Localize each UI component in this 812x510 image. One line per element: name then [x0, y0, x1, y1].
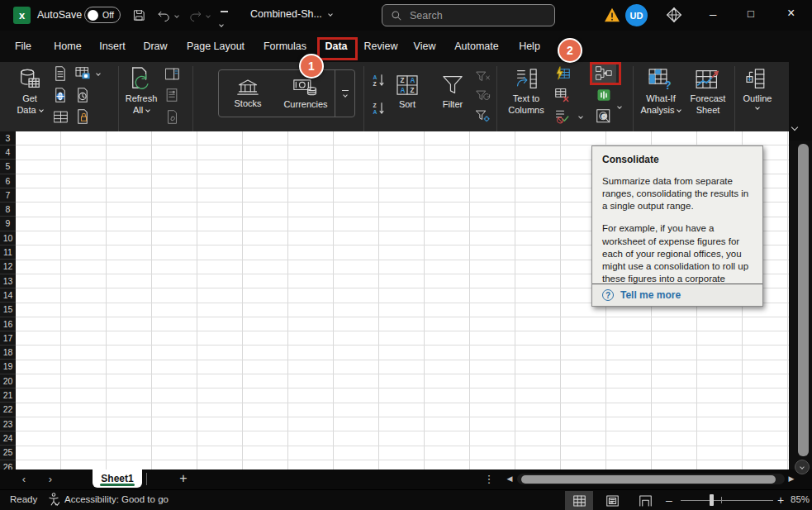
text-to-columns-button[interactable]: Text to Columns [502, 66, 550, 116]
page-break-view-button[interactable] [631, 491, 659, 510]
warning-button[interactable] [604, 7, 620, 26]
row-header[interactable]: 6 [0, 174, 16, 188]
row-header[interactable]: 8 [0, 203, 16, 217]
what-if-analysis-button[interactable]: ? What-If Analysis [637, 66, 685, 116]
tab-review[interactable]: Review [364, 31, 398, 62]
avatar[interactable]: UD [625, 4, 648, 26]
row-header[interactable]: 17 [0, 331, 16, 346]
scroll-down-button[interactable] [795, 460, 810, 474]
data-model-button[interactable] [594, 86, 614, 104]
filter-button[interactable]: Filter [429, 72, 477, 110]
forecast-sheet-button[interactable]: Forecast Sheet [684, 66, 732, 116]
row-header[interactable]: 11 [0, 245, 16, 260]
row-header[interactable]: 7 [0, 188, 16, 203]
outline-button[interactable]: Outline [734, 66, 781, 109]
manage-data-model-button[interactable]: @ [594, 107, 614, 126]
page-layout-view-button[interactable] [598, 491, 626, 510]
row-header[interactable]: 21 [0, 388, 16, 403]
stocks-button[interactable]: Stocks [219, 70, 277, 117]
data-validation-button[interactable] [553, 107, 572, 126]
next-sheet-button[interactable]: › [49, 469, 52, 488]
row-header[interactable]: 3 [0, 131, 16, 145]
tell-me-more-link[interactable]: Tell me more [620, 289, 681, 301]
add-sheet-button[interactable]: + [179, 469, 187, 488]
autosave-toggle[interactable]: Off [84, 7, 121, 23]
row-header[interactable]: 22 [0, 403, 16, 417]
vertical-scrollbar-thumb[interactable] [798, 144, 809, 456]
row-header[interactable]: 19 [0, 360, 16, 374]
tab-view[interactable]: View [414, 31, 436, 62]
from-table-range-button[interactable] [50, 107, 70, 126]
row-header[interactable]: 14 [0, 288, 16, 303]
tab-page-layout[interactable]: Page Layout [187, 31, 245, 62]
data-validation-dropdown-icon[interactable] [578, 114, 583, 119]
minimize-button[interactable]: – [710, 7, 716, 21]
workbook-links-button[interactable] [162, 107, 182, 126]
scroll-left-button[interactable]: ◀ [507, 469, 513, 488]
zoom-out-button[interactable]: – [666, 493, 672, 507]
zoom-level[interactable]: 85% [791, 494, 810, 504]
from-text-csv-button[interactable] [50, 64, 70, 83]
zoom-slider-track[interactable] [681, 500, 773, 501]
tab-draw[interactable]: Draw [143, 31, 167, 62]
from-picture-dropdown-icon[interactable] [96, 71, 101, 76]
tab-help[interactable]: Help [519, 31, 540, 62]
search-input[interactable]: Search [382, 4, 555, 26]
tab-formulas[interactable]: Formulas [264, 31, 306, 62]
row-header[interactable]: 10 [0, 231, 16, 245]
advanced-filter-button[interactable] [473, 107, 493, 126]
tab-home[interactable]: Home [54, 31, 81, 62]
row-header[interactable]: 4 [0, 145, 16, 160]
maximize-button[interactable]: □ [748, 7, 754, 20]
row-header[interactable]: 16 [0, 317, 16, 331]
row-header[interactable]: 26 [0, 460, 16, 469]
sheet-tab-sheet1[interactable]: Sheet1 [93, 469, 142, 488]
save-button[interactable] [132, 8, 146, 26]
undo-button[interactable] [157, 8, 178, 22]
sheet-options-button[interactable]: ⋮ [484, 469, 495, 488]
collapse-ribbon-icon[interactable] [791, 124, 798, 131]
redo-button[interactable] [188, 8, 210, 22]
close-button[interactable]: × [787, 6, 795, 21]
row-header[interactable]: 20 [0, 374, 16, 388]
row-header[interactable]: 18 [0, 346, 16, 360]
row-header[interactable]: 5 [0, 160, 16, 174]
data-model-dropdown-icon[interactable] [617, 104, 622, 109]
horizontal-scrollbar[interactable] [517, 474, 785, 484]
existing-connections-button[interactable] [73, 107, 93, 126]
normal-view-button[interactable] [565, 491, 593, 510]
get-data-button[interactable]: Get Data [6, 66, 54, 116]
from-web-button[interactable] [50, 86, 70, 104]
clear-filter-button[interactable] [473, 69, 493, 87]
flash-fill-button[interactable] [553, 64, 572, 83]
row-header[interactable]: 13 [0, 274, 16, 288]
tab-insert[interactable]: Insert [99, 31, 125, 62]
document-title[interactable]: Combined-Sh... [250, 8, 332, 20]
scroll-right-button[interactable]: ▶ [789, 469, 795, 488]
row-header[interactable]: 15 [0, 303, 16, 317]
vertical-scrollbar[interactable] [789, 141, 812, 469]
diamond-button[interactable] [666, 7, 682, 26]
row-header[interactable]: 23 [0, 417, 16, 431]
from-picture-button[interactable] [73, 64, 93, 83]
row-header[interactable]: 25 [0, 446, 16, 460]
undo-dropdown-icon[interactable] [174, 13, 179, 18]
remove-duplicates-button[interactable] [553, 86, 572, 104]
row-header[interactable]: 24 [0, 431, 16, 446]
accessibility-status[interactable]: Accessibility: Good to go [48, 493, 169, 506]
zoom-in-button[interactable]: + [777, 493, 784, 507]
properties-button[interactable] [162, 86, 182, 104]
recent-sources-button[interactable] [73, 86, 93, 104]
queries-connections-button[interactable] [162, 64, 182, 83]
zoom-slider-thumb[interactable] [710, 494, 714, 506]
customize-quick-access-button[interactable] [220, 11, 228, 30]
horizontal-scrollbar-thumb[interactable] [521, 475, 776, 484]
data-types-more-button[interactable] [335, 70, 354, 117]
reapply-filter-button[interactable] [473, 88, 493, 106]
row-header[interactable]: 9 [0, 217, 16, 231]
tab-file[interactable]: File [15, 31, 31, 62]
row-header[interactable]: 12 [0, 260, 16, 274]
refresh-all-button[interactable]: Refresh All [117, 66, 165, 116]
tab-automate[interactable]: Automate [454, 31, 499, 62]
sort-button[interactable]: ZAAZ Sort [383, 72, 431, 110]
